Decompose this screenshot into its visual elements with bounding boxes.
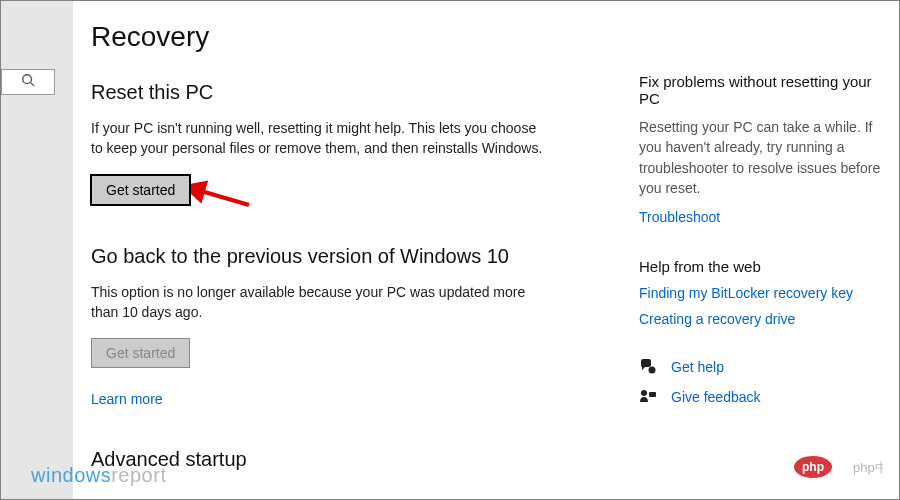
fix-problems-section: Fix problems without resetting your PC R… [639,73,889,226]
advanced-startup-heading: Advanced startup [91,448,609,471]
content-area: Recovery Reset this PC If your PC isn't … [73,1,899,499]
reset-heading: Reset this PC [91,81,609,104]
go-back-section: Go back to the previous version of Windo… [91,245,609,409]
get-help-row[interactable]: Get help [639,359,889,375]
learn-more-link[interactable]: Learn more [91,391,163,407]
page-title: Recovery [91,21,609,53]
svg-point-0 [23,75,32,84]
help-from-web-heading: Help from the web [639,258,889,275]
go-back-get-started-button: Get started [91,338,190,368]
go-back-description: This option is no longer available becau… [91,282,551,323]
main-column: Recovery Reset this PC If your PC isn't … [91,21,639,499]
feedback-icon [639,389,657,405]
fix-problems-heading: Fix problems without resetting your PC [639,73,889,107]
search-icon [21,73,35,91]
svg-line-1 [31,83,35,87]
svg-rect-4 [649,392,656,397]
troubleshoot-link[interactable]: Troubleshoot [639,209,720,225]
give-feedback-link[interactable]: Give feedback [671,389,761,405]
footer-links-section: Get help Give feedback [639,359,889,405]
settings-recovery-window: Recovery Reset this PC If your PC isn't … [0,0,900,500]
svg-point-2 [649,367,656,374]
side-column: Fix problems without resetting your PC R… [639,21,889,499]
recovery-drive-link[interactable]: Creating a recovery drive [639,311,889,327]
advanced-startup-section: Advanced startup [91,448,609,471]
get-help-link[interactable]: Get help [671,359,724,375]
give-feedback-row[interactable]: Give feedback [639,389,889,405]
reset-get-started-button[interactable]: Get started [91,175,190,205]
get-help-icon [639,359,657,375]
left-rail [1,1,73,499]
bitlocker-link[interactable]: Finding my BitLocker recovery key [639,285,889,301]
help-from-web-section: Help from the web Finding my BitLocker r… [639,258,889,327]
go-back-heading: Go back to the previous version of Windo… [91,245,609,268]
reset-description: If your PC isn't running well, resetting… [91,118,551,159]
fix-problems-description: Resetting your PC can take a while. If y… [639,117,889,198]
reset-this-pc-section: Reset this PC If your PC isn't running w… [91,81,609,205]
svg-point-3 [641,390,647,396]
search-input[interactable] [1,69,55,95]
